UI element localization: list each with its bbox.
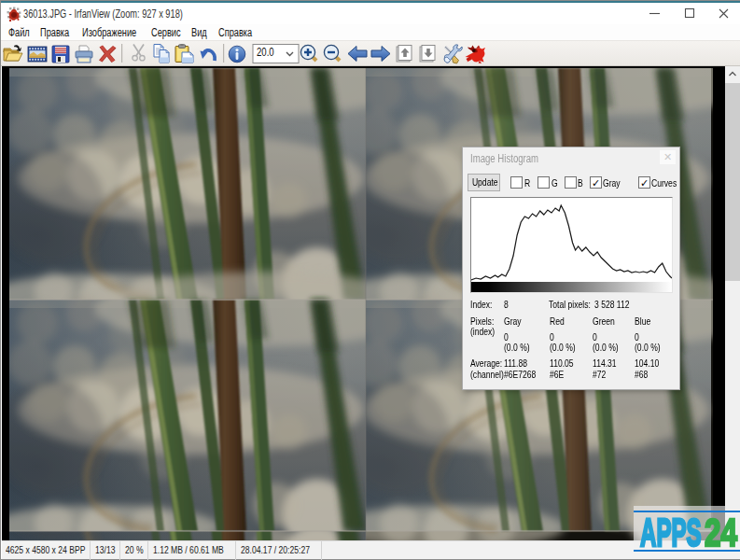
svg-text:APPS: APPS xyxy=(640,510,702,553)
svg-text:24: 24 xyxy=(705,510,737,553)
